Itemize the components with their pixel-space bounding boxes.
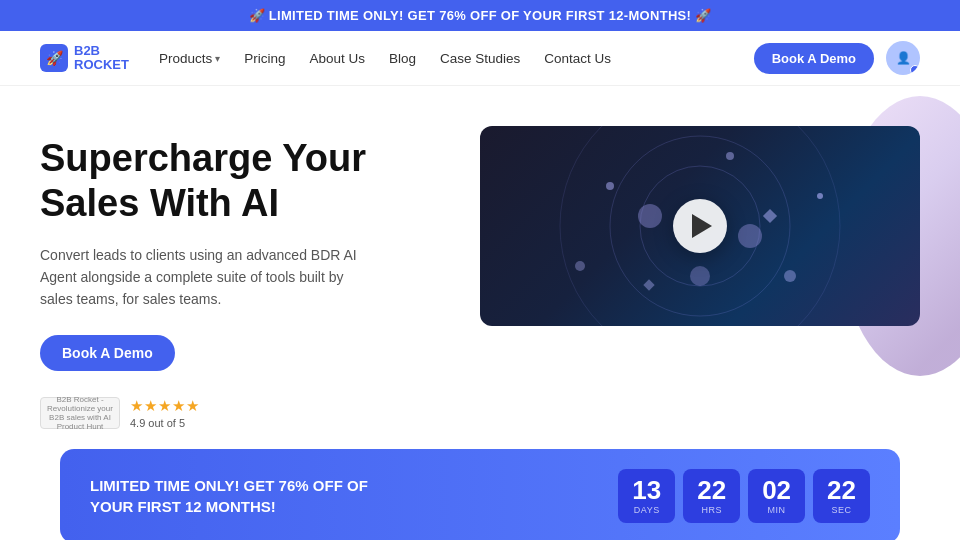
days-value: 13 [632,477,661,503]
hero-description: Convert leads to clients using an advanc… [40,244,380,311]
book-demo-button-nav[interactable]: Book A Demo [754,43,874,74]
nav-products[interactable]: Products ▾ [159,51,220,66]
social-proof: B2B Rocket - Revolutionize your B2B sale… [40,397,440,429]
days-label: DAYS [632,505,661,515]
hrs-value: 22 [697,477,726,503]
rating-text: 4.9 out of 5 [130,417,185,429]
nav-pricing[interactable]: Pricing [244,51,285,66]
min-label: MIN [762,505,791,515]
hero-title: Supercharge Your Sales With AI [40,136,440,226]
hrs-label: HRS [697,505,726,515]
rating-area: ★★★★★ 4.9 out of 5 [130,397,200,429]
nav-blog[interactable]: Blog [389,51,416,66]
book-demo-button-hero[interactable]: Book A Demo [40,335,175,371]
stars: ★★★★★ [130,397,200,415]
countdown-label: LIMITED TIME ONLY! GET 76% OFF OF YOUR F… [90,475,370,517]
nav-links: Products ▾ Pricing About Us Blog Case St… [159,51,754,66]
countdown-timer: 13 DAYS 22 HRS 02 MIN 22 SEC [618,469,870,523]
nav-case-studies[interactable]: Case Studies [440,51,520,66]
nav-actions: Book A Demo 👤 [754,41,920,75]
countdown-sec: 22 SEC [813,469,870,523]
navbar: 🚀 B2B ROCKET Products ▾ Pricing About Us… [0,31,960,86]
nav-contact[interactable]: Contact Us [544,51,611,66]
sec-value: 22 [827,477,856,503]
chevron-down-icon: ▾ [215,53,220,64]
hero-left: Supercharge Your Sales With AI Convert l… [40,126,440,429]
avatar-badge [910,65,920,75]
avatar[interactable]: 👤 [886,41,920,75]
nav-about[interactable]: About Us [309,51,365,66]
min-value: 02 [762,477,791,503]
logo-icon: 🚀 [40,44,68,72]
logo-text: B2B ROCKET [74,44,129,73]
banner-text: 🚀 LIMITED TIME ONLY! GET 76% OFF OF YOUR… [249,8,712,23]
hero-wrapper: Supercharge Your Sales With AI Convert l… [0,86,960,449]
play-button[interactable] [673,199,727,253]
product-hunt-badge: B2B Rocket - Revolutionize your B2B sale… [40,397,120,429]
countdown-wrapper: LIMITED TIME ONLY! GET 76% OFF OF YOUR F… [0,449,960,540]
countdown-min: 02 MIN [748,469,805,523]
sec-label: SEC [827,505,856,515]
video-play-overlay [480,126,920,326]
top-banner: 🚀 LIMITED TIME ONLY! GET 76% OFF OF YOUR… [0,0,960,31]
hero-section: Supercharge Your Sales With AI Convert l… [0,86,960,449]
countdown-hrs: 22 HRS [683,469,740,523]
hero-video[interactable] [480,126,920,326]
countdown-section: LIMITED TIME ONLY! GET 76% OFF OF YOUR F… [60,449,900,540]
logo[interactable]: 🚀 B2B ROCKET [40,44,129,73]
countdown-days: 13 DAYS [618,469,675,523]
